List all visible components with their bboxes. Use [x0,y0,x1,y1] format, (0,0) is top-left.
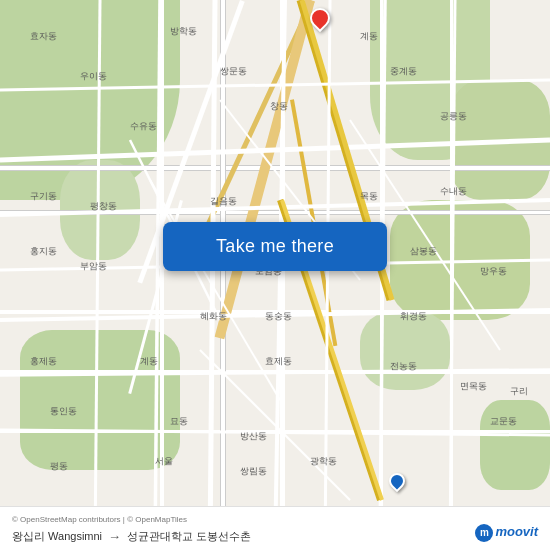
road-horizontal-2 [0,210,550,215]
take-me-there-label: Take me there [216,236,334,257]
moovit-logo: mmoovit [475,524,538,542]
route-origin: 왕십리 Wangsimni [12,529,102,544]
road-horizontal-3 [0,310,550,314]
take-me-there-button[interactable]: Take me there [163,222,387,271]
road-vertical-4 [380,0,383,550]
park-area-8 [480,400,550,490]
park-area-4 [20,330,180,470]
road-horizontal-1 [0,165,550,171]
park-area-3 [450,80,550,200]
origin-pin [389,473,405,495]
origin-pin-icon [386,470,409,493]
destination-pin [310,8,330,34]
map-attribution: © OpenStreetMap contributors | © OpenMap… [12,515,538,524]
road-horizontal-5 [0,430,550,433]
road-horizontal-4 [0,370,550,374]
bottom-bar: © OpenStreetMap contributors | © OpenMap… [0,506,550,550]
road-vertical-1 [220,0,226,550]
map-container: 효자동방학동계동우이동쌍문동중계동수유동창동공릉동구기동평창동길음동목동수내동홍… [0,0,550,550]
road-vertical-5 [450,0,453,550]
moovit-m-icon: m [475,524,493,542]
park-area-6 [390,200,530,320]
route-info: 왕십리 Wangsimni → 성균관대학교 도봉선수촌 [12,529,538,544]
moovit-brand-text: moovit [495,524,538,539]
route-destination: 성균관대학교 도봉선수촌 [127,529,251,544]
route-arrow-icon: → [108,529,121,544]
destination-pin-icon [306,4,334,32]
park-area-7 [360,310,450,390]
